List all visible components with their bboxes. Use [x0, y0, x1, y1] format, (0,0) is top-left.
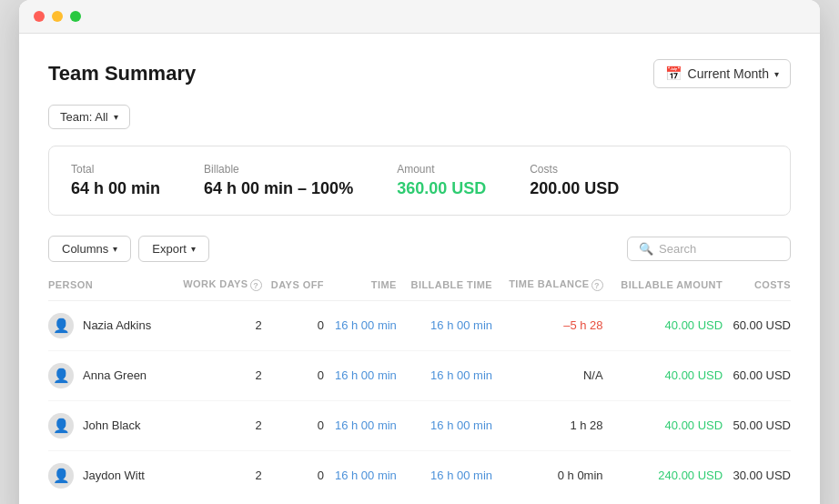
billable-time-cell: 16 h 00 min [397, 450, 492, 500]
chevron-down-icon: ▾ [774, 69, 779, 79]
days-off-cell: 0 [262, 400, 324, 450]
header-row: Team Summary 📅 Current Month ▾ [48, 59, 791, 88]
stat-label: Total [71, 163, 160, 176]
chevron-down-icon: ▾ [191, 244, 196, 254]
col-header-billable_time: Billable Time [397, 278, 492, 300]
person-name: Jaydon Witt [83, 469, 145, 482]
search-box[interactable]: 🔍 [627, 237, 791, 261]
page-title: Team Summary [48, 62, 196, 86]
billable-amount-cell: 240.00 USD [603, 450, 723, 500]
team-filter-button[interactable]: Team: All ▾ [48, 105, 130, 129]
stat-value: 360.00 USD [397, 179, 486, 198]
time-cell: 16 h 00 min [324, 350, 397, 400]
billable-amount-cell: 40.00 USD [603, 400, 723, 450]
person-cell: 👤 Anna Green [48, 350, 169, 400]
avatar: 👤 [48, 463, 74, 489]
days-off-cell: 0 [262, 300, 324, 350]
stat-item: Costs 200.00 USD [530, 163, 619, 198]
maximize-button[interactable] [70, 11, 81, 22]
stat-item: Amount 360.00 USD [397, 163, 486, 198]
close-button[interactable] [34, 11, 45, 22]
work-days-cell: 2 [169, 300, 262, 350]
costs-cell: 60.00 USD [723, 300, 791, 350]
work-days-cell: 2 [169, 400, 262, 450]
avatar: 👤 [48, 413, 74, 438]
help-icon: ? [591, 279, 603, 291]
col-header-costs: Costs [723, 278, 791, 300]
person-name: Nazia Adkins [83, 318, 151, 332]
col-header-work_days: Work Days? [169, 278, 262, 300]
chevron-down-icon: ▾ [114, 112, 118, 122]
main-window: Team Summary 📅 Current Month ▾ Team: All… [19, 0, 820, 504]
work-days-cell: 2 [169, 350, 262, 400]
export-button[interactable]: Export ▾ [138, 236, 209, 262]
calendar-icon: 📅 [665, 66, 682, 82]
col-header-days_off: Days Off [262, 278, 324, 300]
time-cell: 16 h 00 min [324, 400, 397, 450]
time-balance-cell: 0 h 0min [492, 450, 603, 500]
avatar: 👤 [48, 363, 74, 388]
data-table: PersonWork Days?Days OffTimeBillable Tim… [48, 278, 791, 500]
person-name: Anna Green [83, 368, 147, 382]
table-header: PersonWork Days?Days OffTimeBillable Tim… [48, 278, 791, 300]
billable-time-cell: 16 h 00 min [397, 350, 492, 400]
billable-time-cell: 16 h 00 min [397, 400, 492, 450]
table-body: 👤 Nazia Adkins 2016 h 00 min16 h 00 min–… [48, 300, 791, 500]
chevron-down-icon: ▾ [113, 244, 117, 254]
person-cell: 👤 Nazia Adkins [48, 300, 169, 350]
page-content: Team Summary 📅 Current Month ▾ Team: All… [19, 34, 820, 504]
titlebar [19, 0, 820, 34]
filter-row: Team: All ▾ [48, 105, 791, 129]
stat-value: 200.00 USD [530, 179, 619, 198]
stats-card: Total 64 h 00 min Billable 64 h 00 min –… [48, 146, 791, 216]
costs-cell: 50.00 USD [723, 400, 791, 450]
table-row: 👤 Anna Green 2016 h 00 min16 h 00 minN/A… [48, 350, 791, 400]
billable-time-cell: 16 h 00 min [397, 300, 492, 350]
toolbar-left: Columns ▾ Export ▾ [48, 236, 209, 262]
table-row: 👤 Nazia Adkins 2016 h 00 min16 h 00 min–… [48, 300, 791, 350]
col-header-time: Time [324, 278, 397, 300]
month-selector-button[interactable]: 📅 Current Month ▾ [653, 59, 791, 88]
table-row: 👤 John Black 2016 h 00 min16 h 00 min1 h… [48, 400, 791, 450]
stat-label: Costs [530, 163, 619, 176]
stat-item: Billable 64 h 00 min – 100% [204, 163, 353, 198]
days-off-cell: 0 [262, 350, 324, 400]
costs-cell: 30.00 USD [723, 450, 791, 500]
stat-value: 64 h 00 min – 100% [204, 179, 353, 198]
team-filter-label: Team: All [60, 110, 108, 124]
columns-label: Columns [62, 242, 108, 256]
person-cell: 👤 Jaydon Witt [48, 450, 169, 500]
stat-label: Amount [397, 163, 486, 176]
help-icon: ? [250, 279, 262, 291]
month-selector-label: Current Month [688, 66, 769, 81]
days-off-cell: 0 [262, 450, 324, 500]
costs-cell: 60.00 USD [723, 350, 791, 400]
billable-amount-cell: 40.00 USD [603, 300, 723, 350]
columns-button[interactable]: Columns ▾ [48, 236, 131, 262]
person-cell: 👤 John Black [48, 400, 169, 450]
time-cell: 16 h 00 min [324, 300, 397, 350]
minimize-button[interactable] [52, 11, 63, 22]
time-balance-cell: –5 h 28 [492, 300, 603, 350]
table-row: 👤 Jaydon Witt 2016 h 00 min16 h 00 min0 … [48, 450, 791, 500]
person-name: John Black [83, 418, 141, 432]
stat-value: 64 h 00 min [71, 179, 160, 198]
export-label: Export [152, 242, 187, 256]
time-balance-cell: 1 h 28 [492, 400, 603, 450]
search-icon: 🔍 [639, 242, 653, 256]
stat-item: Total 64 h 00 min [71, 163, 160, 198]
toolbar-row: Columns ▾ Export ▾ 🔍 [48, 236, 791, 262]
billable-amount-cell: 40.00 USD [603, 350, 723, 400]
work-days-cell: 2 [169, 450, 262, 500]
stat-label: Billable [204, 163, 353, 176]
time-balance-cell: N/A [492, 350, 603, 400]
search-input[interactable] [659, 242, 779, 256]
col-header-billable_amount: Billable Amount [603, 278, 723, 300]
avatar: 👤 [48, 313, 74, 338]
time-cell: 16 h 00 min [324, 450, 397, 500]
col-header-time_balance: Time Balance? [492, 278, 603, 300]
col-header-person: Person [48, 278, 169, 300]
